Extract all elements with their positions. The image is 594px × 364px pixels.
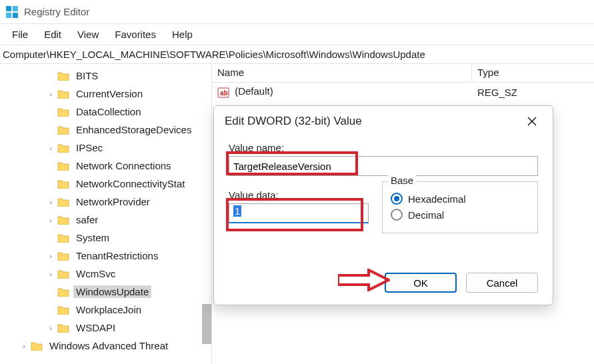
folder-icon <box>57 305 69 315</box>
base-group: Base Hexadecimal Decimal <box>382 181 538 233</box>
value-name-label: Value name: <box>229 142 538 153</box>
radio-hex-label: Hexadecimal <box>408 193 466 205</box>
tree-item-tenantrestrictions[interactable]: › TenantRestrictions <box>0 247 211 265</box>
tree-item-label: BITS <box>76 70 98 81</box>
value-data-label: Value data: <box>229 189 369 201</box>
folder-icon <box>57 161 69 171</box>
tree-item-label: NetworkProvider <box>76 196 150 207</box>
svg-rect-2 <box>6 13 11 18</box>
chevron-right-icon[interactable]: › <box>45 197 56 207</box>
folder-icon <box>57 125 69 135</box>
folder-icon <box>57 89 69 99</box>
radio-hexadecimal[interactable]: Hexadecimal <box>391 193 529 205</box>
tree-item-label: IPSec <box>76 142 103 153</box>
tree-item-system[interactable]: System <box>0 229 211 247</box>
chevron-right-icon[interactable]: › <box>45 89 56 99</box>
tree-item-label: WcmSvc <box>76 268 115 279</box>
value-name-input[interactable] <box>229 156 538 176</box>
list-row[interactable]: ab (Default) REG_SZ <box>212 83 594 101</box>
tree-item-label: WindowsUpdate <box>76 286 149 297</box>
tree-item-networkprovider[interactable]: › NetworkProvider <box>0 193 211 211</box>
chevron-right-icon[interactable]: › <box>45 143 56 153</box>
folder-icon <box>57 197 69 207</box>
radio-dec-label: Decimal <box>408 209 444 221</box>
menu-favorites[interactable]: Favorites <box>107 26 164 43</box>
tree-item-label: WSDAPI <box>76 322 115 333</box>
tree-item-wsdapi[interactable]: › WSDAPI <box>0 319 211 337</box>
cancel-button[interactable]: Cancel <box>466 273 538 293</box>
regedit-icon <box>5 5 19 19</box>
value-data-input[interactable]: 1 <box>229 203 369 223</box>
tree-item-enhancedstoragedevices[interactable]: EnhancedStorageDevices <box>0 121 211 139</box>
title-bar: Registry Editor <box>0 0 594 24</box>
tree-item-bits[interactable]: BITS <box>0 67 211 85</box>
tree-item-currentversion[interactable]: › CurrentVersion <box>0 85 211 103</box>
folder-icon <box>57 323 69 333</box>
address-text: Computer\HKEY_LOCAL_MACHINE\SOFTWARE\Pol… <box>3 49 425 60</box>
tree-item-workplacejoin[interactable]: WorkplaceJoin <box>0 301 211 319</box>
folder-icon <box>57 107 69 117</box>
radio-icon <box>391 193 403 205</box>
tree-item-network-connections[interactable]: Network Connections <box>0 157 211 175</box>
tree-item-ipsec[interactable]: › IPSec <box>0 139 211 157</box>
close-icon <box>527 117 537 126</box>
tree-item-label: Windows Advanced Threat <box>49 340 168 351</box>
column-type[interactable]: Type <box>472 64 594 82</box>
chevron-right-icon[interactable]: › <box>45 215 56 225</box>
radio-icon <box>391 209 403 221</box>
svg-rect-3 <box>13 13 18 18</box>
menu-bar: File Edit View Favorites Help <box>0 24 594 45</box>
column-name[interactable]: Name <box>212 64 472 82</box>
folder-icon <box>57 269 69 279</box>
tree-item-windowsupdate[interactable]: WindowsUpdate <box>0 283 211 301</box>
list-cell-name: (Default) <box>235 85 273 97</box>
tree-item-label: TenantRestrictions <box>76 250 158 261</box>
dialog-title-bar: Edit DWORD (32-bit) Value <box>214 106 553 137</box>
list-cell-type: REG_SZ <box>472 85 594 99</box>
dialog-close-button[interactable] <box>522 111 542 131</box>
radio-decimal[interactable]: Decimal <box>391 209 529 221</box>
chevron-right-icon[interactable]: › <box>45 251 56 261</box>
value-data-text: 1 <box>233 205 241 217</box>
tree-item-label: Network Connections <box>76 160 171 171</box>
chevron-right-icon[interactable]: › <box>19 341 29 351</box>
tree-item-safer[interactable]: › safer <box>0 211 211 229</box>
menu-file[interactable]: File <box>4 26 36 43</box>
tree-item-label: safer <box>76 214 98 225</box>
tree-item-label: EnhancedStorageDevices <box>76 124 191 135</box>
ok-button[interactable]: OK <box>385 273 457 293</box>
base-legend: Base <box>388 175 416 186</box>
tree-item-label: System <box>76 232 109 243</box>
edit-dword-dialog: Edit DWORD (32-bit) Value Value name: Va… <box>213 105 553 305</box>
tree-item-datacollection[interactable]: DataCollection <box>0 103 211 121</box>
folder-icon <box>57 215 69 225</box>
tree-item-label: WorkplaceJoin <box>76 304 141 315</box>
folder-icon <box>57 71 69 81</box>
folder-icon <box>57 287 69 297</box>
tree-item-label: NetworkConnectivityStat <box>76 178 185 189</box>
svg-rect-1 <box>13 6 18 11</box>
folder-icon <box>57 251 69 261</box>
list-header: Name Type <box>212 64 594 83</box>
svg-text:ab: ab <box>220 89 228 97</box>
chevron-right-icon[interactable]: › <box>45 269 56 279</box>
dialog-title: Edit DWORD (32-bit) Value <box>225 115 522 128</box>
tree-item-label: CurrentVersion <box>76 88 143 99</box>
folder-icon <box>57 179 69 189</box>
menu-view[interactable]: View <box>69 26 107 43</box>
tree-item-networkconnectivitystat[interactable]: NetworkConnectivityStat <box>0 175 211 193</box>
menu-edit[interactable]: Edit <box>36 26 69 43</box>
tree-item-wcmsvc[interactable]: › WcmSvc <box>0 265 211 283</box>
menu-help[interactable]: Help <box>164 26 201 43</box>
tree-item-windows-advanced-threat[interactable]: › Windows Advanced Threat <box>0 337 211 355</box>
string-value-icon: ab <box>217 87 229 99</box>
folder-icon <box>57 143 69 153</box>
folder-icon <box>31 341 43 351</box>
chevron-right-icon[interactable]: › <box>45 323 56 333</box>
tree-scrollbar[interactable] <box>202 304 211 344</box>
folder-icon <box>57 233 69 243</box>
tree-pane: BITS› CurrentVersion DataCollection Enha… <box>0 64 212 364</box>
window-title: Registry Editor <box>24 6 89 17</box>
svg-rect-0 <box>6 6 11 11</box>
address-bar[interactable]: Computer\HKEY_LOCAL_MACHINE\SOFTWARE\Pol… <box>0 45 594 64</box>
